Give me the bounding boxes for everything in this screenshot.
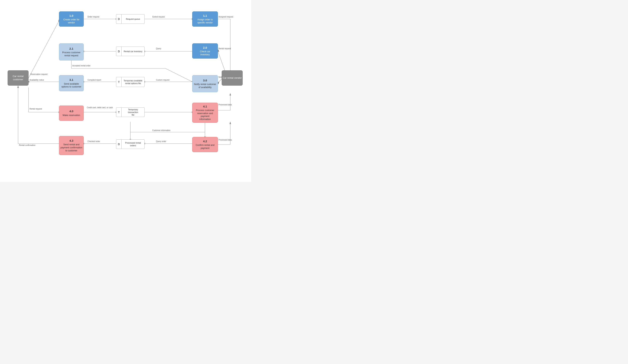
process-40: 4.0 Make reservation <box>59 106 84 121</box>
process-43-label: Send rental andpayment confirmationto cu… <box>61 143 82 152</box>
label-availability-notice: Availability notice <box>29 79 44 81</box>
storage-rci-text: Rental car inventory <box>122 49 145 54</box>
process-10: 1.0 Create order forvendor <box>59 11 84 27</box>
storage-temp-avail: T Temporary availablerental options file <box>116 77 145 87</box>
process-11: 1.1 Assign order tospecific vendor <box>192 11 218 27</box>
process-30-number: 3.0 <box>203 78 207 82</box>
svg-marker-50 <box>230 121 231 124</box>
process-31: 3.1 Send availableoptions to customer <box>59 75 84 91</box>
diagram-container: Reservation request Order request Sorted… <box>0 0 251 182</box>
process-43-number: 4.3 <box>70 139 74 143</box>
svg-marker-47 <box>17 85 19 88</box>
label-rental-confirmation: Rental confirmation <box>19 144 35 146</box>
process-31-label: Send availableoptions to customer <box>62 83 81 88</box>
label-reservation-request: Reservation request <box>30 73 48 75</box>
process-11-number: 1.1 <box>203 14 207 18</box>
storage-tt-letter: T <box>116 108 122 117</box>
storage-processed-rental: D Processed rentalorders <box>116 139 145 149</box>
process-41: 4.1 Process customerreservation andpayme… <box>192 103 218 123</box>
process-42-number: 4.2 <box>203 139 207 143</box>
process-42-label: Confirm rental andpayment <box>196 144 215 150</box>
process-41-number: 4.1 <box>203 105 207 108</box>
process-30: 3.0 Notify rental customerof availabilit… <box>192 75 218 92</box>
process-31-number: 3.1 <box>70 78 74 82</box>
storage-rental-car-inventory: D Rental car inventory <box>116 47 145 56</box>
storage-request-queue-letter: D <box>116 14 122 24</box>
label-compiled-report: Compiled report <box>87 79 101 81</box>
label-query: Query <box>156 48 161 50</box>
process-10-label: Create order forvendor <box>63 18 79 24</box>
storage-ta-letter: T <box>116 77 122 87</box>
storage-pr-letter: D <box>116 140 122 149</box>
process-20-number: 2.0 <box>203 46 207 50</box>
svg-line-0 <box>29 21 59 78</box>
storage-rci-letter: D <box>116 47 122 56</box>
process-40-label: Make reservation <box>63 114 80 117</box>
label-order-request: Order request <box>87 16 99 18</box>
label-processed-data-bot: Processed data <box>219 139 232 141</box>
svg-marker-36 <box>230 93 231 95</box>
storage-pr-text: Processed rentalorders <box>122 141 145 148</box>
storage-ta-text: Temporary availablerental options file <box>122 78 145 86</box>
process-40-number: 4.0 <box>70 109 74 113</box>
label-assigned-request: Assigned request <box>219 16 233 18</box>
label-sorted-request: Sorted request <box>152 16 165 18</box>
process-21: 2.1 Process customerrental request <box>59 43 84 61</box>
process-20: 2.0 Check carinventory <box>192 43 218 59</box>
process-20-label: Check carinventory <box>200 50 210 56</box>
label-accepted-rental: Accepted rental order <box>72 65 90 67</box>
label-custom-request: Custom request <box>156 79 169 81</box>
storage-tt-text: Temporary transactionfile <box>122 108 145 117</box>
process-21-label: Process customerrental request <box>62 51 80 57</box>
label-customer-info: Customer information <box>152 129 170 131</box>
label-checked-order: Checked order <box>87 140 100 142</box>
car-rental-vendor-entity: Car rental vendor <box>222 70 243 86</box>
svg-line-17 <box>165 68 192 82</box>
car-rental-customer-label: Car rentalcustomer <box>12 75 23 81</box>
svg-line-19 <box>218 79 222 83</box>
process-43: 4.3 Send rental andpayment confirmationt… <box>59 136 84 155</box>
car-rental-customer-entity: Car rentalcustomer <box>8 70 29 86</box>
process-11-label: Assign order tospecific vendor <box>197 18 213 24</box>
label-processed-data-top: Processed data <box>219 104 232 106</box>
label-credit-card: Credit card, debit card, or cash <box>87 107 113 109</box>
storage-temp-transaction: T Temporary transactionfile <box>116 108 145 117</box>
car-rental-vendor-label: Car rental vendor <box>223 76 242 80</box>
process-42: 4.2 Confirm rental andpayment <box>192 137 218 152</box>
process-30-label: Notify rental customerof availability <box>194 83 216 89</box>
label-query-order: Query order <box>156 140 166 142</box>
label-rental-request-top: Rental request <box>219 48 231 50</box>
storage-request-queue: D Request queue <box>116 14 145 24</box>
storage-request-queue-text: Request queue <box>122 17 145 21</box>
process-21-number: 2.1 <box>70 47 74 51</box>
process-10-number: 1.0 <box>70 14 74 18</box>
process-41-label: Process customerreservation andpaymentin… <box>196 109 214 121</box>
label-rental-request-low: Rental request <box>29 108 42 110</box>
